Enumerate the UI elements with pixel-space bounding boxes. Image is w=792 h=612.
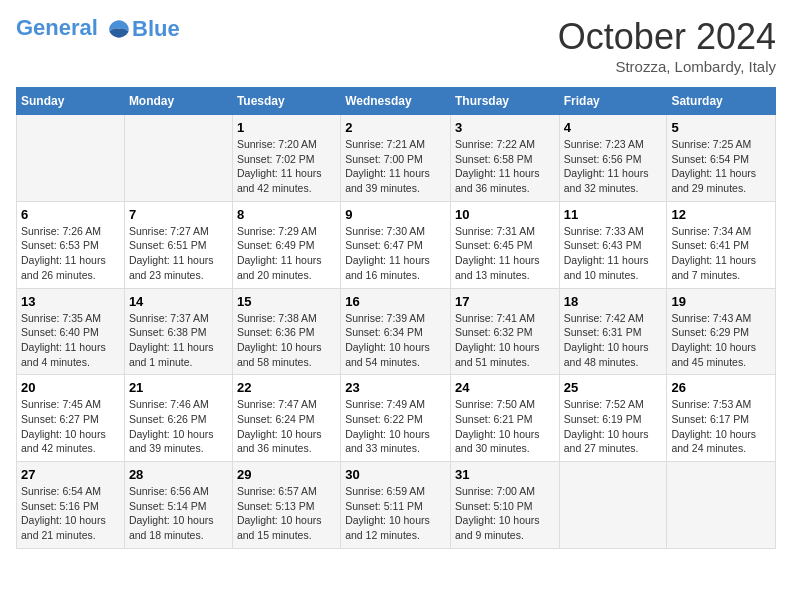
- day-number: 15: [237, 294, 336, 309]
- calendar-cell: 30Sunrise: 6:59 AM Sunset: 5:11 PM Dayli…: [341, 462, 451, 549]
- cell-content: Sunrise: 7:29 AM Sunset: 6:49 PM Dayligh…: [237, 224, 336, 283]
- logo-line1: General: [16, 15, 98, 40]
- calendar-cell: 22Sunrise: 7:47 AM Sunset: 6:24 PM Dayli…: [232, 375, 340, 462]
- logo-bird-icon: [106, 16, 132, 42]
- day-number: 31: [455, 467, 555, 482]
- calendar-week-row: 1Sunrise: 7:20 AM Sunset: 7:02 PM Daylig…: [17, 115, 776, 202]
- cell-content: Sunrise: 7:47 AM Sunset: 6:24 PM Dayligh…: [237, 397, 336, 456]
- day-number: 14: [129, 294, 228, 309]
- day-number: 16: [345, 294, 446, 309]
- cell-content: Sunrise: 7:53 AM Sunset: 6:17 PM Dayligh…: [671, 397, 771, 456]
- calendar-cell: 23Sunrise: 7:49 AM Sunset: 6:22 PM Dayli…: [341, 375, 451, 462]
- calendar-cell: 3Sunrise: 7:22 AM Sunset: 6:58 PM Daylig…: [450, 115, 559, 202]
- calendar-cell: 15Sunrise: 7:38 AM Sunset: 6:36 PM Dayli…: [232, 288, 340, 375]
- day-number: 10: [455, 207, 555, 222]
- calendar-cell: 26Sunrise: 7:53 AM Sunset: 6:17 PM Dayli…: [667, 375, 776, 462]
- day-number: 24: [455, 380, 555, 395]
- month-title: October 2024: [558, 16, 776, 58]
- cell-content: Sunrise: 7:39 AM Sunset: 6:34 PM Dayligh…: [345, 311, 446, 370]
- calendar-table: SundayMondayTuesdayWednesdayThursdayFrid…: [16, 87, 776, 549]
- cell-content: Sunrise: 7:46 AM Sunset: 6:26 PM Dayligh…: [129, 397, 228, 456]
- cell-content: Sunrise: 7:33 AM Sunset: 6:43 PM Dayligh…: [564, 224, 663, 283]
- weekday-header: Wednesday: [341, 88, 451, 115]
- cell-content: Sunrise: 6:54 AM Sunset: 5:16 PM Dayligh…: [21, 484, 120, 543]
- location-subtitle: Strozza, Lombardy, Italy: [558, 58, 776, 75]
- cell-content: Sunrise: 7:00 AM Sunset: 5:10 PM Dayligh…: [455, 484, 555, 543]
- calendar-cell: [559, 462, 667, 549]
- calendar-cell: 7Sunrise: 7:27 AM Sunset: 6:51 PM Daylig…: [124, 201, 232, 288]
- day-number: 3: [455, 120, 555, 135]
- cell-content: Sunrise: 7:30 AM Sunset: 6:47 PM Dayligh…: [345, 224, 446, 283]
- day-number: 11: [564, 207, 663, 222]
- day-number: 5: [671, 120, 771, 135]
- calendar-cell: [667, 462, 776, 549]
- weekday-header: Monday: [124, 88, 232, 115]
- weekday-header: Tuesday: [232, 88, 340, 115]
- cell-content: Sunrise: 7:31 AM Sunset: 6:45 PM Dayligh…: [455, 224, 555, 283]
- cell-content: Sunrise: 7:38 AM Sunset: 6:36 PM Dayligh…: [237, 311, 336, 370]
- calendar-cell: [17, 115, 125, 202]
- calendar-cell: 25Sunrise: 7:52 AM Sunset: 6:19 PM Dayli…: [559, 375, 667, 462]
- cell-content: Sunrise: 7:50 AM Sunset: 6:21 PM Dayligh…: [455, 397, 555, 456]
- calendar-cell: 6Sunrise: 7:26 AM Sunset: 6:53 PM Daylig…: [17, 201, 125, 288]
- calendar-cell: 24Sunrise: 7:50 AM Sunset: 6:21 PM Dayli…: [450, 375, 559, 462]
- day-number: 2: [345, 120, 446, 135]
- cell-content: Sunrise: 7:45 AM Sunset: 6:27 PM Dayligh…: [21, 397, 120, 456]
- calendar-cell: 16Sunrise: 7:39 AM Sunset: 6:34 PM Dayli…: [341, 288, 451, 375]
- weekday-header: Thursday: [450, 88, 559, 115]
- logo-line2: Blue: [132, 16, 180, 42]
- day-number: 6: [21, 207, 120, 222]
- calendar-cell: [124, 115, 232, 202]
- day-number: 12: [671, 207, 771, 222]
- weekday-header: Saturday: [667, 88, 776, 115]
- day-number: 13: [21, 294, 120, 309]
- cell-content: Sunrise: 7:35 AM Sunset: 6:40 PM Dayligh…: [21, 311, 120, 370]
- calendar-cell: 28Sunrise: 6:56 AM Sunset: 5:14 PM Dayli…: [124, 462, 232, 549]
- cell-content: Sunrise: 7:20 AM Sunset: 7:02 PM Dayligh…: [237, 137, 336, 196]
- day-number: 30: [345, 467, 446, 482]
- calendar-cell: 4Sunrise: 7:23 AM Sunset: 6:56 PM Daylig…: [559, 115, 667, 202]
- weekday-header: Sunday: [17, 88, 125, 115]
- day-number: 23: [345, 380, 446, 395]
- cell-content: Sunrise: 7:52 AM Sunset: 6:19 PM Dayligh…: [564, 397, 663, 456]
- calendar-cell: 1Sunrise: 7:20 AM Sunset: 7:02 PM Daylig…: [232, 115, 340, 202]
- day-number: 21: [129, 380, 228, 395]
- calendar-cell: 5Sunrise: 7:25 AM Sunset: 6:54 PM Daylig…: [667, 115, 776, 202]
- day-number: 27: [21, 467, 120, 482]
- weekday-header: Friday: [559, 88, 667, 115]
- day-number: 28: [129, 467, 228, 482]
- calendar-week-row: 20Sunrise: 7:45 AM Sunset: 6:27 PM Dayli…: [17, 375, 776, 462]
- cell-content: Sunrise: 7:42 AM Sunset: 6:31 PM Dayligh…: [564, 311, 663, 370]
- calendar-cell: 13Sunrise: 7:35 AM Sunset: 6:40 PM Dayli…: [17, 288, 125, 375]
- cell-content: Sunrise: 7:23 AM Sunset: 6:56 PM Dayligh…: [564, 137, 663, 196]
- calendar-cell: 11Sunrise: 7:33 AM Sunset: 6:43 PM Dayli…: [559, 201, 667, 288]
- calendar-cell: 9Sunrise: 7:30 AM Sunset: 6:47 PM Daylig…: [341, 201, 451, 288]
- day-number: 22: [237, 380, 336, 395]
- day-number: 8: [237, 207, 336, 222]
- day-number: 29: [237, 467, 336, 482]
- calendar-cell: 8Sunrise: 7:29 AM Sunset: 6:49 PM Daylig…: [232, 201, 340, 288]
- calendar-week-row: 13Sunrise: 7:35 AM Sunset: 6:40 PM Dayli…: [17, 288, 776, 375]
- cell-content: Sunrise: 7:43 AM Sunset: 6:29 PM Dayligh…: [671, 311, 771, 370]
- cell-content: Sunrise: 7:37 AM Sunset: 6:38 PM Dayligh…: [129, 311, 228, 370]
- weekday-header-row: SundayMondayTuesdayWednesdayThursdayFrid…: [17, 88, 776, 115]
- title-block: October 2024 Strozza, Lombardy, Italy: [558, 16, 776, 75]
- day-number: 26: [671, 380, 771, 395]
- day-number: 18: [564, 294, 663, 309]
- calendar-week-row: 6Sunrise: 7:26 AM Sunset: 6:53 PM Daylig…: [17, 201, 776, 288]
- day-number: 25: [564, 380, 663, 395]
- day-number: 19: [671, 294, 771, 309]
- page-header: General Blue October 2024 Strozza, Lomba…: [16, 16, 776, 75]
- cell-content: Sunrise: 6:59 AM Sunset: 5:11 PM Dayligh…: [345, 484, 446, 543]
- calendar-cell: 20Sunrise: 7:45 AM Sunset: 6:27 PM Dayli…: [17, 375, 125, 462]
- day-number: 4: [564, 120, 663, 135]
- day-number: 7: [129, 207, 228, 222]
- calendar-cell: 18Sunrise: 7:42 AM Sunset: 6:31 PM Dayli…: [559, 288, 667, 375]
- cell-content: Sunrise: 7:21 AM Sunset: 7:00 PM Dayligh…: [345, 137, 446, 196]
- day-number: 9: [345, 207, 446, 222]
- cell-content: Sunrise: 7:34 AM Sunset: 6:41 PM Dayligh…: [671, 224, 771, 283]
- calendar-cell: 31Sunrise: 7:00 AM Sunset: 5:10 PM Dayli…: [450, 462, 559, 549]
- calendar-cell: 12Sunrise: 7:34 AM Sunset: 6:41 PM Dayli…: [667, 201, 776, 288]
- calendar-cell: 17Sunrise: 7:41 AM Sunset: 6:32 PM Dayli…: [450, 288, 559, 375]
- cell-content: Sunrise: 7:26 AM Sunset: 6:53 PM Dayligh…: [21, 224, 120, 283]
